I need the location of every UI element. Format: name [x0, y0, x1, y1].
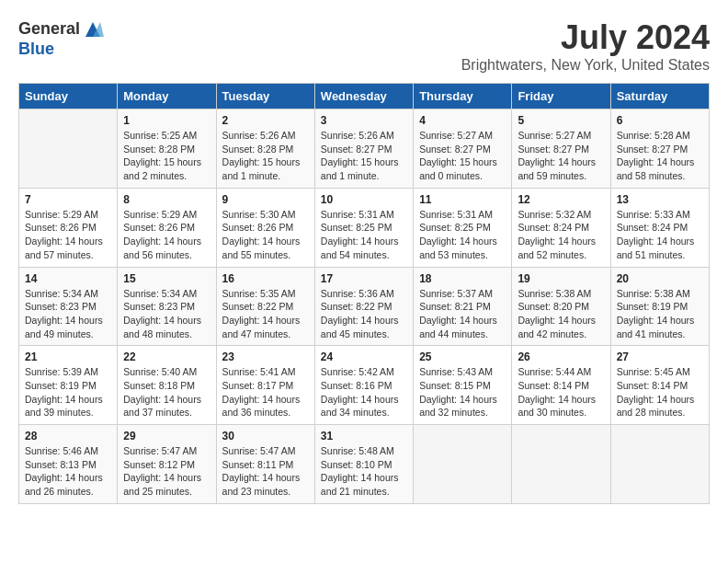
header-saturday: Saturday	[610, 84, 709, 109]
page-header: General Blue July 2024 Brightwaters, New…	[18, 18, 710, 74]
logo-blue-text: Blue	[18, 40, 54, 58]
day-number: 17	[321, 272, 407, 285]
day-number: 29	[123, 430, 210, 442]
day-number: 8	[123, 193, 210, 206]
day-number: 15	[123, 272, 210, 285]
calendar-cell: 25Sunrise: 5:43 AM Sunset: 8:15 PM Dayli…	[414, 346, 512, 425]
calendar-cell: 13Sunrise: 5:33 AM Sunset: 8:24 PM Dayli…	[610, 188, 709, 267]
day-info: Sunrise: 5:37 AM Sunset: 8:21 PM Dayligh…	[419, 287, 506, 341]
calendar-cell: 31Sunrise: 5:48 AM Sunset: 8:10 PM Dayli…	[314, 425, 413, 504]
day-info: Sunrise: 5:33 AM Sunset: 8:24 PM Dayligh…	[617, 208, 703, 262]
day-number: 27	[617, 350, 703, 363]
day-number: 28	[25, 430, 111, 442]
week-row-4: 21Sunrise: 5:39 AM Sunset: 8:19 PM Dayli…	[19, 346, 710, 425]
day-info: Sunrise: 5:26 AM Sunset: 8:28 PM Dayligh…	[222, 129, 309, 183]
day-number: 11	[419, 193, 506, 206]
calendar-cell	[512, 425, 610, 504]
calendar-cell: 6Sunrise: 5:28 AM Sunset: 8:27 PM Daylig…	[610, 109, 709, 189]
day-number: 23	[222, 350, 309, 363]
calendar-cell	[414, 425, 512, 504]
day-info: Sunrise: 5:25 AM Sunset: 8:28 PM Dayligh…	[123, 129, 210, 183]
calendar-cell: 3Sunrise: 5:26 AM Sunset: 8:27 PM Daylig…	[314, 109, 413, 189]
header-thursday: Thursday	[414, 84, 512, 109]
logo-icon	[82, 18, 104, 40]
calendar-cell: 24Sunrise: 5:42 AM Sunset: 8:16 PM Dayli…	[314, 346, 413, 425]
calendar-cell: 10Sunrise: 5:31 AM Sunset: 8:25 PM Dayli…	[314, 188, 413, 267]
day-number: 30	[222, 430, 309, 442]
calendar-cell: 14Sunrise: 5:34 AM Sunset: 8:23 PM Dayli…	[19, 267, 118, 346]
day-info: Sunrise: 5:44 AM Sunset: 8:14 PM Dayligh…	[518, 365, 604, 419]
day-number: 2	[222, 114, 309, 127]
day-number: 7	[25, 193, 111, 206]
calendar-cell: 18Sunrise: 5:37 AM Sunset: 8:21 PM Dayli…	[414, 267, 512, 346]
day-number: 19	[518, 272, 604, 285]
header-wednesday: Wednesday	[314, 84, 413, 109]
calendar-cell: 11Sunrise: 5:31 AM Sunset: 8:25 PM Dayli…	[414, 188, 512, 267]
day-info: Sunrise: 5:45 AM Sunset: 8:14 PM Dayligh…	[617, 365, 703, 419]
day-number: 31	[321, 430, 407, 442]
day-number: 21	[25, 350, 111, 363]
calendar-cell: 2Sunrise: 5:26 AM Sunset: 8:28 PM Daylig…	[216, 109, 314, 189]
calendar-cell: 7Sunrise: 5:29 AM Sunset: 8:26 PM Daylig…	[19, 188, 118, 267]
day-number: 4	[419, 114, 506, 127]
logo: General Blue	[18, 18, 104, 59]
day-info: Sunrise: 5:48 AM Sunset: 8:10 PM Dayligh…	[321, 444, 407, 499]
day-number: 1	[123, 114, 210, 127]
day-info: Sunrise: 5:42 AM Sunset: 8:16 PM Dayligh…	[321, 365, 407, 419]
day-number: 3	[321, 114, 407, 127]
day-number: 12	[518, 193, 604, 206]
week-row-1: 1Sunrise: 5:25 AM Sunset: 8:28 PM Daylig…	[19, 109, 710, 189]
calendar-cell: 26Sunrise: 5:44 AM Sunset: 8:14 PM Dayli…	[512, 346, 610, 425]
calendar-cell: 4Sunrise: 5:27 AM Sunset: 8:27 PM Daylig…	[414, 109, 512, 189]
calendar-cell: 27Sunrise: 5:45 AM Sunset: 8:14 PM Dayli…	[610, 346, 709, 425]
calendar-cell: 28Sunrise: 5:46 AM Sunset: 8:13 PM Dayli…	[19, 425, 118, 504]
calendar-cell	[610, 425, 709, 504]
calendar-table: SundayMondayTuesdayWednesdayThursdayFrid…	[18, 83, 710, 504]
day-number: 5	[518, 114, 604, 127]
day-number: 20	[617, 272, 703, 285]
week-row-2: 7Sunrise: 5:29 AM Sunset: 8:26 PM Daylig…	[19, 188, 710, 267]
day-info: Sunrise: 5:38 AM Sunset: 8:19 PM Dayligh…	[617, 287, 703, 341]
calendar-cell: 22Sunrise: 5:40 AM Sunset: 8:18 PM Dayli…	[118, 346, 216, 425]
day-number: 14	[25, 272, 111, 285]
day-number: 16	[222, 272, 309, 285]
day-info: Sunrise: 5:34 AM Sunset: 8:23 PM Dayligh…	[123, 287, 210, 341]
week-row-3: 14Sunrise: 5:34 AM Sunset: 8:23 PM Dayli…	[19, 267, 710, 346]
main-title: July 2024	[461, 18, 710, 57]
day-number: 9	[222, 193, 309, 206]
day-info: Sunrise: 5:32 AM Sunset: 8:24 PM Dayligh…	[518, 208, 604, 262]
day-number: 6	[617, 114, 703, 127]
day-info: Sunrise: 5:31 AM Sunset: 8:25 PM Dayligh…	[419, 208, 506, 262]
day-info: Sunrise: 5:38 AM Sunset: 8:20 PM Dayligh…	[518, 287, 604, 341]
header-sunday: Sunday	[19, 84, 118, 109]
calendar-cell: 20Sunrise: 5:38 AM Sunset: 8:19 PM Dayli…	[610, 267, 709, 346]
day-info: Sunrise: 5:47 AM Sunset: 8:12 PM Dayligh…	[123, 444, 210, 499]
day-info: Sunrise: 5:34 AM Sunset: 8:23 PM Dayligh…	[25, 287, 111, 341]
calendar-cell: 19Sunrise: 5:38 AM Sunset: 8:20 PM Dayli…	[512, 267, 610, 346]
day-info: Sunrise: 5:31 AM Sunset: 8:25 PM Dayligh…	[321, 208, 407, 262]
week-row-5: 28Sunrise: 5:46 AM Sunset: 8:13 PM Dayli…	[19, 425, 710, 504]
day-info: Sunrise: 5:40 AM Sunset: 8:18 PM Dayligh…	[123, 365, 210, 419]
calendar-cell: 12Sunrise: 5:32 AM Sunset: 8:24 PM Dayli…	[512, 188, 610, 267]
day-info: Sunrise: 5:29 AM Sunset: 8:26 PM Dayligh…	[123, 208, 210, 262]
day-number: 25	[419, 350, 506, 363]
day-info: Sunrise: 5:35 AM Sunset: 8:22 PM Dayligh…	[222, 287, 309, 341]
day-number: 24	[321, 350, 407, 363]
header-monday: Monday	[118, 84, 216, 109]
calendar-cell: 15Sunrise: 5:34 AM Sunset: 8:23 PM Dayli…	[118, 267, 216, 346]
calendar-cell: 9Sunrise: 5:30 AM Sunset: 8:26 PM Daylig…	[216, 188, 314, 267]
day-info: Sunrise: 5:47 AM Sunset: 8:11 PM Dayligh…	[222, 444, 309, 499]
day-number: 13	[617, 193, 703, 206]
calendar-cell: 23Sunrise: 5:41 AM Sunset: 8:17 PM Dayli…	[216, 346, 314, 425]
day-info: Sunrise: 5:27 AM Sunset: 8:27 PM Dayligh…	[518, 129, 604, 183]
day-info: Sunrise: 5:36 AM Sunset: 8:22 PM Dayligh…	[321, 287, 407, 341]
day-number: 26	[518, 350, 604, 363]
day-info: Sunrise: 5:28 AM Sunset: 8:27 PM Dayligh…	[617, 129, 703, 183]
day-info: Sunrise: 5:26 AM Sunset: 8:27 PM Dayligh…	[321, 129, 407, 183]
logo-general-text: General	[18, 20, 80, 39]
calendar-cell: 29Sunrise: 5:47 AM Sunset: 8:12 PM Dayli…	[118, 425, 216, 504]
day-info: Sunrise: 5:41 AM Sunset: 8:17 PM Dayligh…	[222, 365, 309, 419]
header-friday: Friday	[512, 84, 610, 109]
day-info: Sunrise: 5:27 AM Sunset: 8:27 PM Dayligh…	[419, 129, 506, 183]
calendar-cell: 1Sunrise: 5:25 AM Sunset: 8:28 PM Daylig…	[118, 109, 216, 189]
